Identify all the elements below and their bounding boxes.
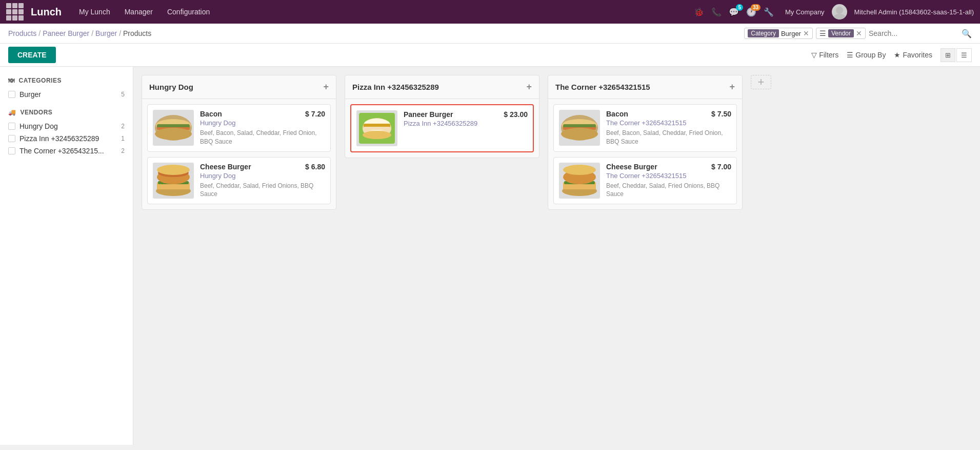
burger-count: 5 (121, 91, 125, 98)
bug-icon[interactable]: 🐞 (694, 7, 704, 17)
add-column-button[interactable]: + (751, 75, 771, 89)
categories-section-title: 🍽 CATEGORIES (0, 75, 133, 88)
clock-icon[interactable]: 🕐 33 (746, 7, 756, 17)
breadcrumb-sep-3: / (119, 29, 121, 37)
filter-tag-vendor[interactable]: ☰ Vendor ✕ (816, 28, 866, 39)
bacon-tc-image (559, 110, 600, 146)
add-card-hungry-dog[interactable]: + (323, 82, 329, 92)
paneer-pi-price: $ 23.00 (504, 110, 528, 119)
chat-badge: 5 (736, 4, 743, 11)
kanban-card-cheese-hd[interactable]: Cheese Burger $ 6.80 Hungry Dog Beef, Ch… (147, 157, 331, 205)
kanban-card-paneer-pi[interactable]: Paneer Burger $ 23.00 Pizza Inn +3245632… (350, 104, 534, 152)
username: Mitchell Admin (15843602-saas-15-1-all) (854, 8, 974, 16)
svg-rect-17 (364, 127, 390, 130)
cheese-hd-name: Cheese Burger (200, 163, 251, 171)
cheese-tc-price: $ 7.00 (711, 163, 731, 171)
breadcrumb: Products / Paneer Burger / Burger / Prod… (8, 29, 151, 37)
create-button[interactable]: CREATE (8, 47, 56, 63)
the-corner-checkbox[interactable] (8, 147, 15, 154)
groupby-icon: ☰ (847, 51, 853, 59)
list-view-button[interactable]: ☰ (956, 48, 972, 62)
breadcrumb-paneer-burger[interactable]: Paneer Burger (43, 29, 89, 37)
kanban-card-cheese-tc[interactable]: Cheese Burger $ 7.00 The Corner +3265432… (553, 157, 737, 205)
filter-category-value: Burger (781, 30, 801, 37)
phone-icon[interactable]: 📞 (711, 7, 722, 17)
search-bar: Category Burger ✕ ☰ Vendor ✕ 🔍 (744, 28, 972, 39)
cheese-hd-image (153, 163, 194, 199)
bacon-tc-vendor: The Corner +32654321515 (606, 119, 731, 127)
filter-category-close[interactable]: ✕ (803, 29, 809, 37)
apps-grid-icon[interactable] (6, 3, 24, 21)
bacon-hd-name: Bacon (200, 110, 222, 118)
bacon-tc-info: Bacon $ 7.50 The Corner +32654321515 Bee… (606, 110, 731, 146)
chat-icon[interactable]: 💬 5 (729, 7, 739, 17)
avatar[interactable] (832, 4, 847, 19)
clock-badge: 33 (751, 4, 761, 11)
company-name: My Company (785, 8, 825, 16)
paneer-pi-image (356, 110, 397, 146)
filters-button[interactable]: ▽ Filters (811, 51, 838, 59)
groupby-button[interactable]: ☰ Group By (847, 51, 886, 59)
breadcrumb-burger[interactable]: Burger (95, 29, 117, 37)
kanban-col-pizza-inn: Pizza Inn +32456325289 + (345, 75, 539, 158)
kanban-col-header-the-corner: The Corner +32654321515 + (548, 75, 742, 99)
star-icon: ★ (894, 51, 901, 59)
main-layout: 🍽 CATEGORIES Burger 5 🚚 VENDORS Hungry D… (0, 67, 980, 445)
sidebar-item-pizza-inn[interactable]: Pizza Inn +32456325289 1 (0, 132, 133, 145)
cheese-hd-info: Cheese Burger $ 6.80 Hungry Dog Beef, Ch… (200, 163, 325, 199)
hungry-dog-checkbox[interactable] (8, 123, 15, 130)
burger-checkbox[interactable] (8, 91, 15, 98)
nav-configuration[interactable]: Configuration (162, 8, 215, 16)
pizza-inn-checkbox[interactable] (8, 135, 15, 142)
nav-manager[interactable]: Manager (119, 8, 158, 16)
hungry-dog-label: Hungry Dog (19, 122, 117, 130)
breadcrumb-sep-1: / (38, 29, 41, 37)
breadcrumb-products[interactable]: Products (8, 29, 36, 37)
breadcrumb-sep-2: / (91, 29, 93, 37)
paneer-pi-info: Paneer Burger $ 23.00 Pizza Inn +3245632… (404, 110, 528, 146)
cheese-tc-info: Cheese Burger $ 7.00 The Corner +3265432… (606, 163, 731, 199)
svg-point-12 (157, 165, 190, 175)
svg-point-28 (563, 165, 596, 175)
paneer-pi-vendor: Pizza Inn +32456325289 (404, 120, 528, 127)
breadcrumb-bar: Products / Paneer Burger / Burger / Prod… (0, 24, 980, 44)
nav-my-lunch[interactable]: My Lunch (74, 8, 115, 16)
paneer-pi-name: Paneer Burger (404, 110, 453, 119)
filter-vendor-close[interactable]: ✕ (856, 29, 862, 37)
sidebar-item-burger[interactable]: Burger 5 (0, 88, 133, 101)
sidebar-item-the-corner[interactable]: The Corner +326543215... 2 (0, 145, 133, 157)
col-title-pizza-inn: Pizza Inn +32456325289 (352, 83, 439, 91)
sidebar: 🍽 CATEGORIES Burger 5 🚚 VENDORS Hungry D… (0, 67, 133, 445)
svg-point-23 (561, 128, 598, 140)
bacon-tc-desc: Beef, Bacon, Salad, Cheddar, Fried Onion… (606, 129, 731, 146)
hungry-dog-count: 2 (121, 123, 125, 130)
col-title-the-corner: The Corner +32654321515 (555, 83, 650, 91)
sidebar-item-hungry-dog[interactable]: Hungry Dog 2 (0, 120, 133, 132)
filter-icon: ▽ (811, 51, 817, 59)
kanban-view-button[interactable]: ⊞ (941, 48, 955, 62)
cheese-hd-vendor: Hungry Dog (200, 172, 325, 180)
add-card-the-corner[interactable]: + (729, 82, 735, 92)
kanban-col-hungry-dog: Hungry Dog + (142, 75, 336, 210)
filter-vendor-label: Vendor (828, 29, 854, 37)
filter-tag-category[interactable]: Category Burger ✕ (744, 28, 813, 39)
cheese-tc-desc: Beef, Cheddar, Salad, Fried Onions, BBQ … (606, 182, 731, 199)
favorites-button[interactable]: ★ Favorites (894, 51, 932, 59)
cheese-tc-vendor: The Corner +32654321515 (606, 172, 731, 180)
kanban-card-bacon-hd[interactable]: Bacon $ 7.20 Hungry Dog Beef, Bacon, Sal… (147, 104, 331, 152)
search-icon[interactable]: 🔍 (962, 29, 972, 38)
svg-point-6 (155, 128, 192, 140)
svg-point-0 (836, 7, 843, 14)
wrench-icon[interactable]: 🔧 (764, 7, 774, 17)
bacon-tc-price: $ 7.50 (711, 110, 731, 118)
col-title-hungry-dog: Hungry Dog (149, 83, 193, 91)
search-input[interactable] (869, 29, 958, 37)
svg-point-18 (363, 131, 391, 139)
cheese-hd-price: $ 6.80 (305, 163, 325, 171)
toolbar: CREATE ▽ Filters ☰ Group By ★ Favorites … (0, 44, 980, 67)
kanban-card-bacon-tc[interactable]: Bacon $ 7.50 The Corner +32654321515 Bee… (553, 104, 737, 152)
the-corner-count: 2 (121, 147, 125, 154)
vendors-section-title: 🚚 VENDORS (0, 107, 133, 120)
add-card-pizza-inn[interactable]: + (526, 82, 532, 92)
bacon-hd-image (153, 110, 194, 146)
